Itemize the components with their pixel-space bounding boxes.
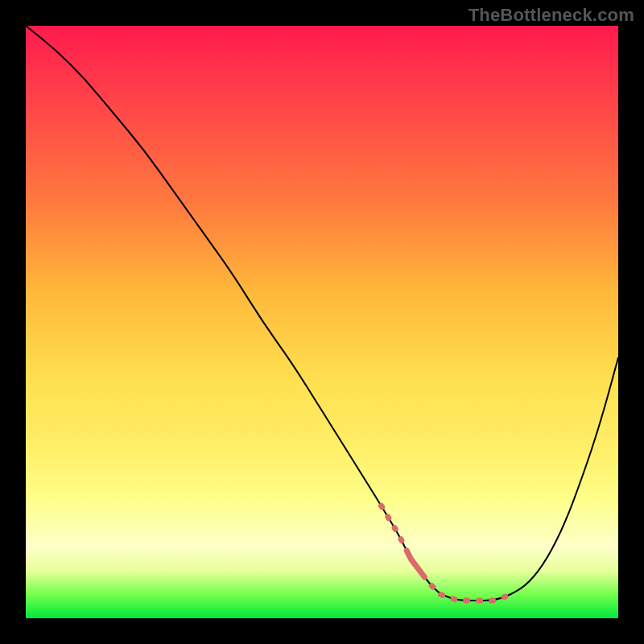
- trough-markers: [382, 506, 512, 601]
- watermark-text: TheBottleneck.com: [469, 5, 634, 26]
- plot-area: [26, 26, 618, 618]
- bottleneck-curve: [26, 26, 618, 601]
- curve-svg: [26, 26, 618, 618]
- chart-frame: TheBottleneck.com: [0, 0, 644, 644]
